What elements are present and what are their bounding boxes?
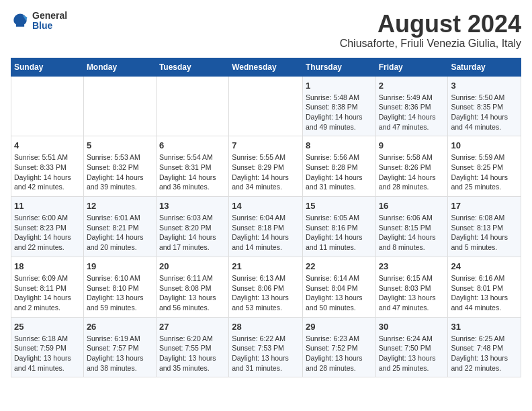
calendar-cell: 23Sunrise: 6:15 AMSunset: 8:03 PMDayligh… [375, 257, 448, 317]
logo-icon [11, 11, 30, 30]
day-number: 21 [232, 261, 300, 271]
day-number: 11 [14, 201, 81, 211]
day-info: Sunrise: 5:54 AMSunset: 8:31 PMDaylight:… [159, 152, 226, 192]
day-info: Sunrise: 5:49 AMSunset: 8:36 PMDaylight:… [379, 93, 445, 132]
day-info: Sunrise: 6:09 AMSunset: 8:11 PMDaylight:… [14, 273, 81, 313]
calendar-body: 1Sunrise: 5:48 AMSunset: 8:38 PMDaylight… [11, 76, 521, 377]
header-monday: Monday [83, 58, 156, 76]
header-thursday: Thursday [302, 58, 375, 76]
day-info: Sunrise: 5:56 AMSunset: 8:28 PMDaylight:… [306, 152, 373, 192]
calendar-cell: 31Sunrise: 6:25 AMSunset: 7:48 PMDayligh… [448, 317, 521, 377]
day-info: Sunrise: 6:23 AMSunset: 7:52 PMDaylight:… [306, 334, 373, 373]
calendar-cell [229, 76, 303, 136]
day-number: 22 [306, 261, 373, 271]
day-info: Sunrise: 6:19 AMSunset: 7:57 PMDaylight:… [87, 334, 153, 373]
day-number: 25 [14, 322, 81, 332]
calendar-cell: 1Sunrise: 5:48 AMSunset: 8:38 PMDaylight… [302, 76, 375, 136]
day-number: 10 [451, 140, 518, 150]
calendar-cell: 28Sunrise: 6:22 AMSunset: 7:53 PMDayligh… [229, 317, 303, 377]
calendar-cell: 9Sunrise: 5:58 AMSunset: 8:26 PMDaylight… [375, 136, 448, 197]
day-number: 28 [232, 322, 300, 332]
calendar-cell: 15Sunrise: 6:05 AMSunset: 8:16 PMDayligh… [302, 197, 375, 257]
day-info: Sunrise: 5:58 AMSunset: 8:26 PMDaylight:… [379, 152, 445, 192]
day-info: Sunrise: 5:55 AMSunset: 8:29 PMDaylight:… [232, 152, 300, 192]
day-number: 13 [159, 201, 226, 211]
calendar-cell: 2Sunrise: 5:49 AMSunset: 8:36 PMDaylight… [375, 76, 448, 136]
day-number: 2 [379, 81, 445, 91]
day-info: Sunrise: 6:14 AMSunset: 8:04 PMDaylight:… [306, 273, 373, 313]
day-info: Sunrise: 5:50 AMSunset: 8:35 PMDaylight:… [451, 93, 518, 132]
day-info: Sunrise: 6:18 AMSunset: 7:59 PMDaylight:… [14, 334, 81, 373]
calendar-cell [11, 76, 84, 136]
day-number: 6 [159, 140, 226, 150]
calendar-cell: 24Sunrise: 6:16 AMSunset: 8:01 PMDayligh… [448, 257, 521, 317]
day-number: 27 [159, 322, 226, 332]
day-info: Sunrise: 6:20 AMSunset: 7:55 PMDaylight:… [159, 334, 226, 373]
day-number: 12 [87, 201, 153, 211]
calendar-cell: 30Sunrise: 6:24 AMSunset: 7:50 PMDayligh… [375, 317, 448, 377]
calendar-week-row: 11Sunrise: 6:00 AMSunset: 8:23 PMDayligh… [11, 197, 521, 257]
day-info: Sunrise: 5:53 AMSunset: 8:32 PMDaylight:… [87, 152, 153, 192]
day-number: 17 [451, 201, 518, 211]
calendar-cell: 6Sunrise: 5:54 AMSunset: 8:31 PMDaylight… [156, 136, 228, 197]
calendar-cell: 26Sunrise: 6:19 AMSunset: 7:57 PMDayligh… [83, 317, 156, 377]
day-number: 5 [87, 140, 153, 150]
day-info: Sunrise: 6:00 AMSunset: 8:23 PMDaylight:… [14, 213, 81, 253]
calendar-cell: 8Sunrise: 5:56 AMSunset: 8:28 PMDaylight… [302, 136, 375, 197]
day-number: 4 [14, 140, 81, 150]
day-number: 15 [306, 201, 373, 211]
day-number: 23 [379, 261, 445, 271]
calendar-cell: 11Sunrise: 6:00 AMSunset: 8:23 PMDayligh… [11, 197, 84, 257]
calendar-cell: 12Sunrise: 6:01 AMSunset: 8:21 PMDayligh… [83, 197, 156, 257]
calendar-cell: 27Sunrise: 6:20 AMSunset: 7:55 PMDayligh… [156, 317, 228, 377]
calendar-header-row: Sunday Monday Tuesday Wednesday Thursday… [11, 58, 521, 76]
day-info: Sunrise: 6:01 AMSunset: 8:21 PMDaylight:… [87, 213, 153, 253]
day-number: 14 [232, 201, 300, 211]
day-info: Sunrise: 6:11 AMSunset: 8:08 PMDaylight:… [159, 273, 226, 313]
day-number: 7 [232, 140, 300, 150]
day-info: Sunrise: 5:48 AMSunset: 8:38 PMDaylight:… [306, 93, 373, 132]
calendar-cell: 18Sunrise: 6:09 AMSunset: 8:11 PMDayligh… [11, 257, 84, 317]
day-info: Sunrise: 5:59 AMSunset: 8:25 PMDaylight:… [451, 152, 518, 192]
page-header: General Blue August 2024 Chiusaforte, Fr… [11, 11, 521, 50]
calendar-cell: 16Sunrise: 6:06 AMSunset: 8:15 PMDayligh… [375, 197, 448, 257]
month-year-title: August 2024 [340, 11, 521, 38]
day-info: Sunrise: 6:13 AMSunset: 8:06 PMDaylight:… [232, 273, 300, 313]
calendar-cell: 25Sunrise: 6:18 AMSunset: 7:59 PMDayligh… [11, 317, 84, 377]
day-info: Sunrise: 6:08 AMSunset: 8:13 PMDaylight:… [451, 213, 518, 253]
header-saturday: Saturday [448, 58, 521, 76]
day-info: Sunrise: 6:24 AMSunset: 7:50 PMDaylight:… [379, 334, 445, 373]
day-number: 8 [306, 140, 373, 150]
day-number: 19 [87, 261, 153, 271]
location-subtitle: Chiusaforte, Friuli Venezia Giulia, Ital… [340, 38, 521, 50]
day-info: Sunrise: 6:03 AMSunset: 8:20 PMDaylight:… [159, 213, 226, 253]
day-number: 20 [159, 261, 226, 271]
day-number: 29 [306, 322, 373, 332]
calendar-cell: 10Sunrise: 5:59 AMSunset: 8:25 PMDayligh… [448, 136, 521, 197]
logo-blue-text: Blue [32, 21, 67, 31]
calendar-cell: 17Sunrise: 6:08 AMSunset: 8:13 PMDayligh… [448, 197, 521, 257]
day-number: 30 [379, 322, 445, 332]
calendar-cell: 5Sunrise: 5:53 AMSunset: 8:32 PMDaylight… [83, 136, 156, 197]
calendar-week-row: 18Sunrise: 6:09 AMSunset: 8:11 PMDayligh… [11, 257, 521, 317]
calendar-week-row: 1Sunrise: 5:48 AMSunset: 8:38 PMDaylight… [11, 76, 521, 136]
calendar-table: Sunday Monday Tuesday Wednesday Thursday… [11, 58, 521, 378]
day-info: Sunrise: 6:22 AMSunset: 7:53 PMDaylight:… [232, 334, 300, 373]
calendar-cell: 29Sunrise: 6:23 AMSunset: 7:52 PMDayligh… [302, 317, 375, 377]
calendar-week-row: 25Sunrise: 6:18 AMSunset: 7:59 PMDayligh… [11, 317, 521, 377]
day-info: Sunrise: 6:04 AMSunset: 8:18 PMDaylight:… [232, 213, 300, 253]
header-tuesday: Tuesday [156, 58, 228, 76]
day-number: 3 [451, 81, 518, 91]
calendar-cell: 21Sunrise: 6:13 AMSunset: 8:06 PMDayligh… [229, 257, 303, 317]
day-info: Sunrise: 5:51 AMSunset: 8:33 PMDaylight:… [14, 152, 81, 192]
day-number: 9 [379, 140, 445, 150]
day-number: 31 [451, 322, 518, 332]
calendar-cell: 4Sunrise: 5:51 AMSunset: 8:33 PMDaylight… [11, 136, 84, 197]
day-number: 1 [306, 81, 373, 91]
header-sunday: Sunday [11, 58, 84, 76]
calendar-cell: 13Sunrise: 6:03 AMSunset: 8:20 PMDayligh… [156, 197, 228, 257]
calendar-cell: 20Sunrise: 6:11 AMSunset: 8:08 PMDayligh… [156, 257, 228, 317]
day-number: 16 [379, 201, 445, 211]
day-number: 18 [14, 261, 81, 271]
calendar-cell [83, 76, 156, 136]
